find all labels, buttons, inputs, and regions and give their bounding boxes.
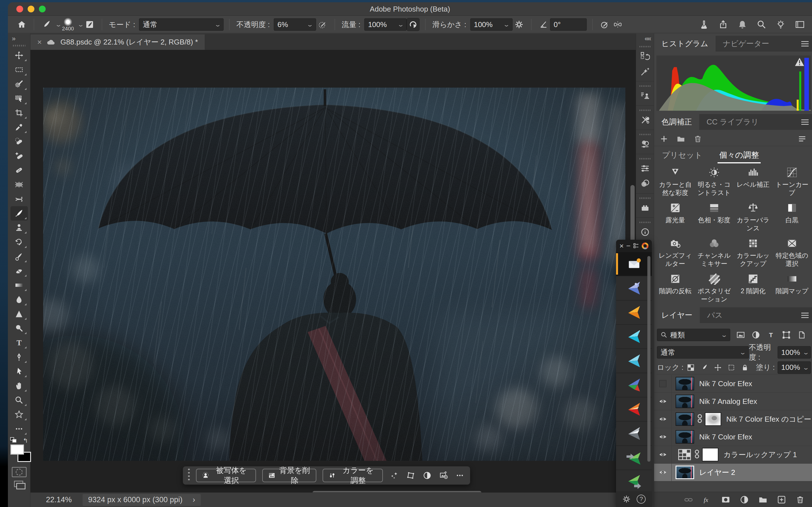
comments-panel-icon[interactable] [638,65,652,78]
taskbar-drag-handle[interactable] [188,469,190,482]
selection-brush-tool[interactable] [10,77,28,91]
path-selection-tool[interactable] [10,364,28,379]
filter-type-layers-icon[interactable]: T [767,331,775,339]
adj-photo-filter[interactable]: レンズフィルター [656,237,695,272]
lock-artboard-icon[interactable] [727,363,735,372]
nik-output-sharpener-item[interactable] [616,470,652,494]
airbrush-toggle-icon[interactable] [407,18,419,31]
nik-silver-efex-item[interactable] [616,421,652,446]
tab-navigator[interactable]: ナビゲーター [716,36,777,52]
rectangular-marquee-tool[interactable] [10,62,28,77]
layer-row[interactable]: Nik 7 Color Efex [654,375,812,393]
tab-layers[interactable]: レイヤー [654,307,700,323]
layer-row[interactable]: Nik 7 Analog Efex [654,393,812,410]
spot-healing-brush-tool[interactable] [10,149,28,163]
adjustments-panel-menu-icon[interactable] [801,118,809,126]
remove-background-button[interactable]: 背景を削除 [262,469,316,482]
lock-all-icon[interactable] [741,363,749,372]
art-history-brush-tool[interactable] [10,249,28,264]
adjust-colors-button[interactable]: カラーを調整 [322,469,383,482]
more-options-icon[interactable] [455,469,465,482]
adj-posterize[interactable]: ポスタリゼーション [695,272,733,308]
swap-colors-icon[interactable] [10,437,17,443]
eraser-tool[interactable] [10,264,28,278]
filter-shape-layers-icon[interactable] [782,331,791,339]
sharpen-tool[interactable] [10,307,28,321]
add-adjustment-icon[interactable] [660,135,668,143]
collapse-panels-icon[interactable]: «« [636,34,654,43]
crop-tool[interactable] [10,106,28,120]
adj-gradient-map[interactable]: 階調マップ [772,272,811,308]
color-lookup-layer-icon[interactable] [678,449,691,460]
brush-tool-chevron[interactable]: ⌄ [55,21,62,28]
filter-smart-objects-icon[interactable] [797,331,806,339]
tab-adjustments[interactable]: 色調補正 [654,114,699,130]
properties-panel-icon[interactable] [638,162,652,175]
tab-cc-libraries[interactable]: CC ライブラリ [699,114,766,130]
lock-pixels-icon[interactable] [700,363,708,372]
discover-lightbulb-icon[interactable] [776,20,785,29]
nik-analog-efex-item[interactable] [616,276,652,300]
pen-tool[interactable] [10,350,28,364]
adj-threshold[interactable]: 2 階調化 [733,272,772,308]
add-layer-mask-icon[interactable] [721,495,730,504]
nik-close-icon[interactable]: × [619,242,624,250]
pressure-opacity-icon[interactable] [316,18,329,31]
brush-preset-chevron[interactable]: ⌄ [77,21,84,28]
toggle-brush-panel-icon[interactable] [83,18,96,31]
adj-curves[interactable]: トーンカーブ [772,166,811,202]
adj-selective-color[interactable]: 特定色域の選択 [772,237,811,272]
nik-hdr-efex-item[interactable] [616,325,652,349]
layer-effects-icon[interactable] [703,495,712,504]
nik-viveza-item[interactable] [616,373,652,397]
layer-row[interactable]: Nik 7 Color Efex [654,428,812,446]
default-colors-icon[interactable]: ↰ [23,437,28,445]
clone-stamp-tool[interactable] [10,221,28,235]
new-group-icon[interactable] [758,495,767,504]
layer-blend-mode-select[interactable]: 通常⌄ [657,346,749,358]
layers-panel-menu-icon[interactable] [801,311,809,320]
canvas-area[interactable]: 被写体を選択 背景を削除 カラーを調整 22.14% [31,50,644,507]
adj-exposure[interactable]: 露光量 [656,202,695,237]
notifications-bell-icon[interactable] [738,20,747,29]
layer-filter-select[interactable]: 種類⌄ [657,329,730,341]
adj-vibrance[interactable]: カラーと自然な彩度 [656,166,695,202]
remove-tool[interactable] [10,134,28,149]
star-shape-tool[interactable] [10,407,28,421]
adj-brightness-contrast[interactable]: 明るさ・コントラスト [695,166,733,202]
subtab-presets[interactable]: プリセット [662,150,702,161]
tab-paths[interactable]: パス [700,307,730,323]
nik-scrollbar[interactable] [647,256,651,462]
layer-row-selected[interactable]: レイヤー 2 [654,464,812,482]
visibility-toggle[interactable] [654,410,672,428]
home-button[interactable] [15,18,28,31]
healing-brush-tool[interactable] [10,163,28,177]
plugins-panel-icon[interactable] [638,201,652,215]
workspace-switcher-icon[interactable] [795,20,805,29]
brush-preset-picker[interactable]: 2400 [62,18,74,31]
close-tab-icon[interactable]: × [37,38,42,47]
adj-color-lookup[interactable]: カラールックアップ [733,237,772,272]
eyedropper-tool[interactable] [10,120,28,134]
visibility-toggle[interactable] [654,446,672,463]
histogram-panel-menu-icon[interactable] [801,40,809,48]
subtab-single-adjustments[interactable]: 個々の調整 [719,150,759,161]
layer-thumbnail[interactable] [675,377,694,390]
layer-opacity-select[interactable]: 100%⌄ [777,346,811,358]
nik-news-item[interactable] [616,252,652,276]
adj-color-balance[interactable]: カラーバランス [733,202,772,237]
new-adjustment-layer-icon[interactable] [740,495,749,504]
retouch-panel-icon[interactable] [638,137,652,151]
list-view-icon[interactable] [798,135,806,143]
mask-link-icon[interactable] [697,414,703,425]
nik-dfine-item[interactable] [616,446,652,470]
new-layer-icon[interactable] [777,495,786,504]
delete-adjustment-icon[interactable] [694,135,702,143]
blend-mode-select[interactable]: 通常⌄ [139,18,223,31]
lock-transparency-icon[interactable] [687,363,695,372]
nik-settings-icon[interactable] [633,243,639,249]
search-icon[interactable] [757,20,766,29]
adj-black-white[interactable]: 白黒 [772,202,811,237]
tool-settings-panel-icon[interactable] [638,113,652,127]
add-image-icon[interactable] [439,469,449,482]
